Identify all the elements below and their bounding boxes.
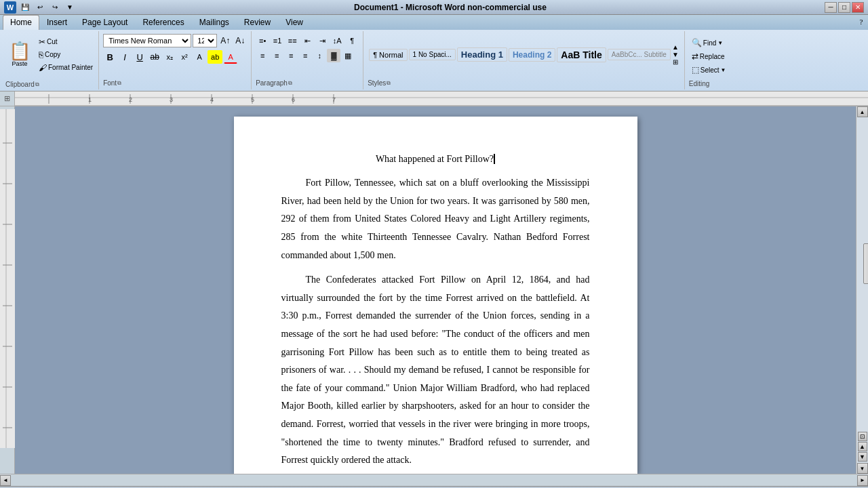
justify-btn[interactable]: ≡ — [298, 49, 312, 62]
align-left-btn[interactable]: ≡ — [256, 49, 269, 62]
vertical-ruler-svg — [0, 109, 15, 448]
multilevel-btn[interactable]: ≡≡ — [285, 34, 299, 47]
italic-button[interactable]: I — [118, 50, 132, 64]
decrease-indent-btn[interactable]: ⇤ — [300, 34, 314, 47]
styles-arrow-down[interactable]: ▼ — [672, 51, 679, 58]
styles-label: Styles ⧉ — [368, 79, 391, 87]
h-scroll-right-button[interactable]: ► — [857, 475, 868, 486]
ribbon-tab-bar: Home Insert Page Layout References Maili… — [0, 15, 868, 30]
styles-arrow-up[interactable]: ▲ — [672, 43, 679, 51]
ribbon-content: 📋 Paste ✂ Cut ⎘ Copy 🖌 Format Painter — [0, 30, 868, 91]
undo-quick-btn[interactable]: ↩ — [34, 1, 46, 14]
subscript-button[interactable]: x₂ — [163, 50, 176, 64]
select-label: Select — [701, 66, 719, 74]
view-full-page-btn[interactable]: ⊡ — [858, 432, 867, 441]
tab-mailings[interactable]: Mailings — [192, 15, 237, 30]
styles-expand-icon[interactable]: ⊞ — [673, 58, 678, 66]
font-size-select[interactable]: 12 — [193, 34, 217, 47]
editing-group: 🔍 Find ▼ ⇄ Replace ⬚ Select ▼ Editing — [685, 31, 733, 89]
svg-rect-18 — [5, 109, 7, 448]
find-dropdown-icon[interactable]: ▼ — [717, 40, 723, 46]
maximize-button[interactable]: □ — [838, 2, 850, 13]
svg-text:5: 5 — [251, 96, 254, 103]
replace-button[interactable]: ⇄ Replace — [689, 50, 729, 62]
tab-view[interactable]: View — [278, 15, 311, 30]
strikethrough-button[interactable]: ab — [148, 50, 161, 64]
paste-label: Paste — [12, 60, 27, 67]
copy-button[interactable]: ⎘ Copy — [36, 49, 96, 61]
svg-text:1: 1 — [88, 96, 92, 103]
change-styles-btn[interactable]: ▲ ▼ ⊞ — [672, 43, 679, 66]
paste-button[interactable]: 📋 Paste — [5, 41, 34, 69]
h-scroll-track — [11, 474, 857, 486]
styles-group: ¶ Normal 1 No Spaci... Heading 1 Heading… — [363, 31, 685, 89]
vertical-ruler-panel — [0, 106, 15, 474]
save-quick-btn[interactable]: 💾 — [19, 1, 31, 14]
window-title: Document1 - Microsoft Word non-commercia… — [354, 3, 547, 12]
font-label: Font ⧉ — [103, 79, 121, 87]
tab-insert[interactable]: Insert — [39, 15, 75, 30]
increase-indent-btn[interactable]: ⇥ — [315, 34, 329, 47]
close-button[interactable]: ✕ — [852, 2, 864, 13]
svg-text:3: 3 — [170, 96, 173, 103]
bold-button[interactable]: B — [103, 50, 117, 64]
redo-quick-btn[interactable]: ↪ — [49, 1, 61, 14]
svg-text:4: 4 — [210, 96, 214, 103]
align-right-btn[interactable]: ≡ — [284, 49, 298, 62]
text-effects-button[interactable]: A — [193, 50, 206, 64]
style-subtitle[interactable]: AaBbCc... Subtitle — [608, 49, 671, 60]
bullets-btn[interactable]: ≡• — [256, 34, 269, 47]
styles-expand-icon2[interactable]: ⧉ — [387, 80, 391, 87]
scroll-thumb[interactable] — [863, 243, 869, 284]
font-grow-btn[interactable]: A↑ — [218, 34, 232, 47]
sort-btn[interactable]: ↕A — [330, 34, 344, 47]
horizontal-scrollbar: ◄ ► — [0, 474, 868, 486]
minimize-button[interactable]: ─ — [825, 2, 837, 13]
line-spacing-btn[interactable]: ↕ — [313, 49, 326, 62]
title-bar-left: W 💾 ↩ ↪ ▼ — [4, 1, 76, 14]
para-marks-row: ≡• ≡1 ≡≡ ⇤ ⇥ ↕A ¶ — [256, 34, 359, 47]
cut-button[interactable]: ✂ Cut — [36, 36, 96, 48]
tab-review[interactable]: Review — [237, 15, 278, 30]
underline-button[interactable]: U — [133, 50, 146, 64]
paragraph-expand-icon[interactable]: ⧉ — [288, 80, 292, 87]
align-center-btn[interactable]: ≡ — [270, 49, 283, 62]
superscript-button[interactable]: x² — [178, 50, 191, 64]
tab-references[interactable]: References — [135, 15, 191, 30]
style-heading1[interactable]: Heading 1 — [457, 47, 507, 62]
quick-access-dropdown[interactable]: ▼ — [64, 1, 76, 14]
borders-btn[interactable]: ▦ — [341, 49, 355, 62]
font-group: Times New Roman 12 A↑ A↓ B I U ab x₂ x² … — [99, 31, 252, 89]
font-color-btn[interactable]: A — [224, 50, 237, 64]
replace-icon: ⇄ — [692, 52, 698, 61]
tab-page-layout[interactable]: Page Layout — [75, 15, 135, 30]
document-page[interactable]: What happened at Fort Pillow? Fort Pillo… — [234, 117, 637, 474]
numbering-btn[interactable]: ≡1 — [271, 34, 284, 47]
font-name-select[interactable]: Times New Roman — [103, 34, 191, 47]
select-button[interactable]: ⬚ Select ▼ — [689, 64, 729, 76]
scroll-up-button[interactable]: ▲ — [857, 106, 868, 117]
font-expand-icon[interactable]: ⧉ — [117, 80, 121, 87]
style-normal[interactable]: ¶ Normal — [369, 49, 407, 61]
highlight-btn[interactable]: ab — [208, 50, 222, 64]
style-no-spacing[interactable]: 1 No Spaci... — [409, 49, 456, 60]
prev-page-btn[interactable]: ▲ — [858, 442, 867, 451]
paragraph-label: Paragraph ⧉ — [256, 79, 292, 87]
shading-btn[interactable]: ▓ — [327, 49, 340, 62]
ruler-area: ⊞ 1 2 3 4 5 6 7 — [0, 92, 868, 106]
show-formatting-btn[interactable]: ¶ — [345, 34, 359, 47]
style-title[interactable]: AaB Title — [557, 47, 606, 62]
select-dropdown-icon[interactable]: ▼ — [721, 67, 726, 73]
scroll-down-button[interactable]: ▼ — [857, 463, 868, 474]
clipboard-label: Clipboard ⧉ — [5, 81, 39, 88]
find-button[interactable]: 🔍 Find ▼ — [689, 37, 729, 49]
style-heading2[interactable]: Heading 2 — [509, 48, 555, 62]
tab-home[interactable]: Home — [3, 15, 39, 30]
next-page-btn[interactable]: ▼ — [858, 452, 867, 462]
ribbon-help-btn[interactable]: ? — [854, 15, 868, 28]
format-painter-button[interactable]: 🖌 Format Painter — [36, 62, 96, 74]
clipboard-expand-icon[interactable]: ⧉ — [35, 81, 39, 88]
font-shrink-btn[interactable]: A↓ — [233, 34, 247, 47]
h-scroll-left-button[interactable]: ◄ — [0, 475, 11, 486]
svg-text:6: 6 — [292, 96, 295, 103]
